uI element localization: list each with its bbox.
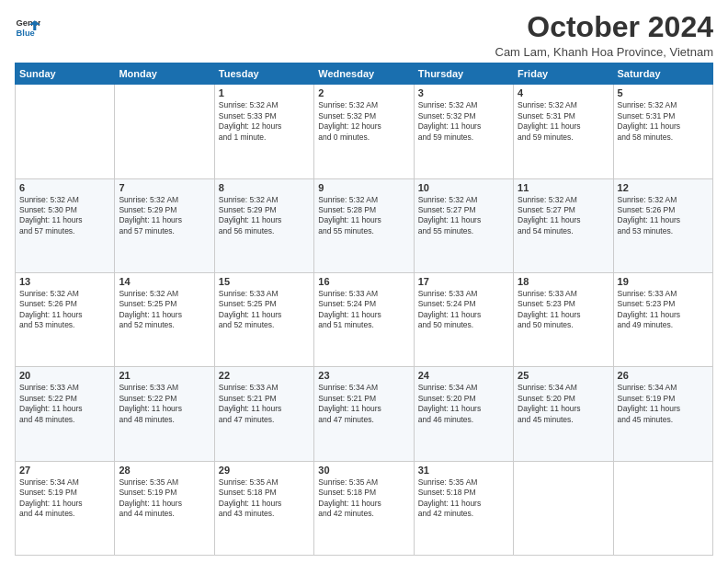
- day-number: 7: [119, 182, 210, 193]
- calendar-cell: 2Sunrise: 5:32 AM Sunset: 5:32 PM Daylig…: [314, 85, 414, 178]
- page: General Blue October 2024 Cam Lam, Khanh…: [0, 0, 728, 563]
- calendar-cell: 18Sunrise: 5:33 AM Sunset: 5:23 PM Dayli…: [514, 272, 613, 366]
- day-info: Sunrise: 5:32 AM Sunset: 5:26 PM Dayligh…: [618, 195, 709, 237]
- day-info: Sunrise: 5:33 AM Sunset: 5:25 PM Dayligh…: [219, 289, 310, 331]
- calendar-cell: [514, 461, 613, 555]
- calendar-header-row: SundayMondayTuesdayWednesdayThursdayFrid…: [16, 63, 713, 85]
- calendar-cell: 14Sunrise: 5:32 AM Sunset: 5:25 PM Dayli…: [115, 272, 214, 366]
- day-info: Sunrise: 5:32 AM Sunset: 5:31 PM Dayligh…: [618, 100, 709, 143]
- day-number: 16: [318, 276, 409, 287]
- day-header-wednesday: Wednesday: [314, 63, 414, 85]
- day-header-tuesday: Tuesday: [214, 63, 313, 85]
- calendar-cell: [115, 85, 214, 178]
- day-number: 18: [518, 276, 609, 287]
- day-header-monday: Monday: [115, 63, 214, 85]
- day-info: Sunrise: 5:32 AM Sunset: 5:29 PM Dayligh…: [219, 195, 310, 237]
- day-number: 19: [618, 276, 709, 287]
- day-info: Sunrise: 5:32 AM Sunset: 5:26 PM Dayligh…: [19, 289, 110, 331]
- day-number: 15: [219, 276, 310, 287]
- calendar-cell: 19Sunrise: 5:33 AM Sunset: 5:23 PM Dayli…: [613, 272, 712, 366]
- day-number: 11: [518, 182, 609, 193]
- day-info: Sunrise: 5:32 AM Sunset: 5:27 PM Dayligh…: [418, 195, 509, 237]
- svg-text:Blue: Blue: [17, 29, 35, 38]
- calendar-cell: 28Sunrise: 5:35 AM Sunset: 5:19 PM Dayli…: [115, 461, 214, 555]
- logo-icon: General Blue: [15, 15, 40, 40]
- calendar-week-row: 1Sunrise: 5:32 AM Sunset: 5:33 PM Daylig…: [16, 85, 713, 178]
- day-info: Sunrise: 5:34 AM Sunset: 5:20 PM Dayligh…: [418, 383, 509, 425]
- day-number: 2: [318, 87, 409, 98]
- day-info: Sunrise: 5:32 AM Sunset: 5:29 PM Dayligh…: [119, 195, 210, 237]
- calendar-cell: 17Sunrise: 5:33 AM Sunset: 5:24 PM Dayli…: [414, 272, 513, 366]
- calendar-cell: 20Sunrise: 5:33 AM Sunset: 5:22 PM Dayli…: [16, 367, 115, 461]
- calendar-cell: 5Sunrise: 5:32 AM Sunset: 5:31 PM Daylig…: [613, 85, 712, 178]
- calendar-cell: 6Sunrise: 5:32 AM Sunset: 5:30 PM Daylig…: [16, 178, 115, 272]
- calendar-cell: 11Sunrise: 5:32 AM Sunset: 5:27 PM Dayli…: [514, 178, 613, 272]
- logo: General Blue: [15, 15, 40, 40]
- day-number: 9: [318, 182, 409, 193]
- calendar-week-row: 20Sunrise: 5:33 AM Sunset: 5:22 PM Dayli…: [16, 367, 713, 461]
- location: Cam Lam, Khanh Hoa Province, Vietnam: [495, 45, 714, 59]
- day-info: Sunrise: 5:33 AM Sunset: 5:24 PM Dayligh…: [318, 289, 409, 331]
- day-info: Sunrise: 5:35 AM Sunset: 5:18 PM Dayligh…: [418, 477, 509, 520]
- calendar-cell: 9Sunrise: 5:32 AM Sunset: 5:28 PM Daylig…: [314, 178, 414, 272]
- day-info: Sunrise: 5:33 AM Sunset: 5:24 PM Dayligh…: [418, 289, 509, 331]
- day-number: 12: [618, 182, 709, 193]
- calendar-cell: 23Sunrise: 5:34 AM Sunset: 5:21 PM Dayli…: [314, 367, 414, 461]
- day-number: 3: [418, 87, 509, 98]
- calendar-cell: [613, 461, 712, 555]
- month-title: October 2024: [495, 11, 714, 43]
- day-number: 17: [418, 276, 509, 287]
- day-info: Sunrise: 5:33 AM Sunset: 5:23 PM Dayligh…: [518, 289, 609, 331]
- calendar-cell: 29Sunrise: 5:35 AM Sunset: 5:18 PM Dayli…: [214, 461, 313, 555]
- day-header-saturday: Saturday: [613, 63, 712, 85]
- day-info: Sunrise: 5:34 AM Sunset: 5:19 PM Dayligh…: [618, 383, 709, 425]
- day-info: Sunrise: 5:32 AM Sunset: 5:27 PM Dayligh…: [518, 195, 609, 237]
- day-header-sunday: Sunday: [16, 63, 115, 85]
- calendar-cell: 16Sunrise: 5:33 AM Sunset: 5:24 PM Dayli…: [314, 272, 414, 366]
- day-info: Sunrise: 5:33 AM Sunset: 5:22 PM Dayligh…: [119, 383, 210, 425]
- day-number: 23: [318, 370, 409, 381]
- day-number: 10: [418, 182, 509, 193]
- calendar-cell: 15Sunrise: 5:33 AM Sunset: 5:25 PM Dayli…: [214, 272, 313, 366]
- day-number: 6: [19, 182, 110, 193]
- calendar-cell: 8Sunrise: 5:32 AM Sunset: 5:29 PM Daylig…: [214, 178, 313, 272]
- day-number: 14: [119, 276, 210, 287]
- day-info: Sunrise: 5:32 AM Sunset: 5:30 PM Dayligh…: [19, 195, 110, 237]
- day-info: Sunrise: 5:32 AM Sunset: 5:25 PM Dayligh…: [119, 289, 210, 331]
- calendar-cell: 26Sunrise: 5:34 AM Sunset: 5:19 PM Dayli…: [613, 367, 712, 461]
- day-number: 22: [219, 370, 310, 381]
- day-number: 31: [418, 465, 509, 476]
- day-info: Sunrise: 5:32 AM Sunset: 5:32 PM Dayligh…: [418, 100, 509, 143]
- day-number: 1: [219, 87, 310, 98]
- calendar-cell: 1Sunrise: 5:32 AM Sunset: 5:33 PM Daylig…: [214, 85, 313, 178]
- day-number: 24: [418, 370, 509, 381]
- day-info: Sunrise: 5:33 AM Sunset: 5:23 PM Dayligh…: [618, 289, 709, 331]
- calendar-cell: 3Sunrise: 5:32 AM Sunset: 5:32 PM Daylig…: [414, 85, 513, 178]
- calendar-cell: 4Sunrise: 5:32 AM Sunset: 5:31 PM Daylig…: [514, 85, 613, 178]
- day-info: Sunrise: 5:33 AM Sunset: 5:22 PM Dayligh…: [19, 383, 110, 425]
- calendar-cell: 21Sunrise: 5:33 AM Sunset: 5:22 PM Dayli…: [115, 367, 214, 461]
- day-number: 8: [219, 182, 310, 193]
- day-number: 4: [518, 87, 609, 98]
- calendar-week-row: 13Sunrise: 5:32 AM Sunset: 5:26 PM Dayli…: [16, 272, 713, 366]
- calendar-cell: 25Sunrise: 5:34 AM Sunset: 5:20 PM Dayli…: [514, 367, 613, 461]
- calendar-cell: 13Sunrise: 5:32 AM Sunset: 5:26 PM Dayli…: [16, 272, 115, 366]
- day-info: Sunrise: 5:32 AM Sunset: 5:28 PM Dayligh…: [318, 195, 409, 237]
- day-header-thursday: Thursday: [414, 63, 513, 85]
- calendar-cell: 24Sunrise: 5:34 AM Sunset: 5:20 PM Dayli…: [414, 367, 513, 461]
- day-info: Sunrise: 5:34 AM Sunset: 5:21 PM Dayligh…: [318, 383, 409, 425]
- calendar-cell: 31Sunrise: 5:35 AM Sunset: 5:18 PM Dayli…: [414, 461, 513, 555]
- header: General Blue October 2024 Cam Lam, Khanh…: [15, 11, 713, 59]
- calendar-cell: 30Sunrise: 5:35 AM Sunset: 5:18 PM Dayli…: [314, 461, 414, 555]
- day-header-friday: Friday: [514, 63, 613, 85]
- calendar-cell: 12Sunrise: 5:32 AM Sunset: 5:26 PM Dayli…: [613, 178, 712, 272]
- calendar-table: SundayMondayTuesdayWednesdayThursdayFrid…: [15, 63, 713, 556]
- day-info: Sunrise: 5:35 AM Sunset: 5:18 PM Dayligh…: [318, 477, 409, 520]
- day-number: 30: [318, 465, 409, 476]
- day-info: Sunrise: 5:32 AM Sunset: 5:32 PM Dayligh…: [318, 100, 409, 143]
- day-info: Sunrise: 5:34 AM Sunset: 5:19 PM Dayligh…: [19, 477, 110, 520]
- calendar-cell: 10Sunrise: 5:32 AM Sunset: 5:27 PM Dayli…: [414, 178, 513, 272]
- day-info: Sunrise: 5:32 AM Sunset: 5:31 PM Dayligh…: [518, 100, 609, 143]
- day-number: 28: [119, 465, 210, 476]
- day-number: 21: [119, 370, 210, 381]
